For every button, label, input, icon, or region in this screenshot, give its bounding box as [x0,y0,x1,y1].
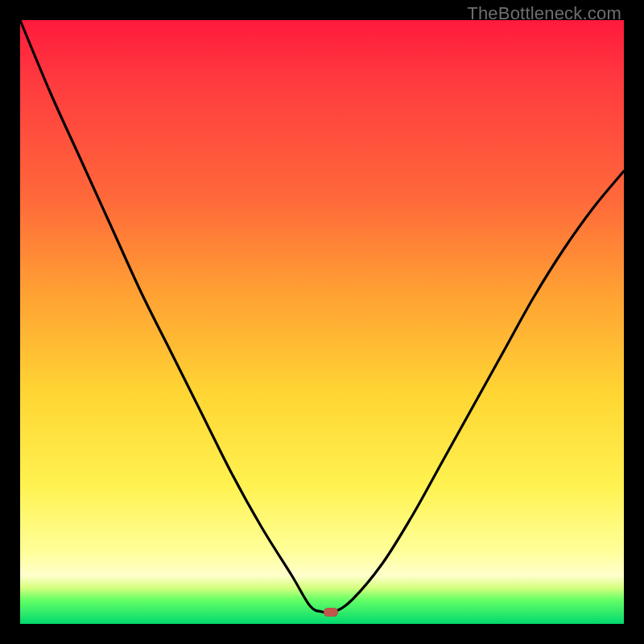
minimum-marker [324,608,338,617]
bottleneck-curve [20,20,624,624]
plot-area [20,20,624,624]
chart-frame: TheBottleneck.com [0,0,644,644]
